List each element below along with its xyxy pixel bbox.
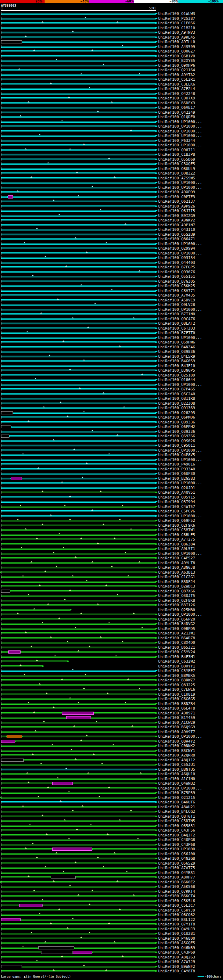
hit-label[interactable]: UniRef100_A8Q112 — [158, 758, 195, 762]
alignment-segment[interactable] — [1, 759, 24, 762]
alignment-segment[interactable] — [1, 797, 156, 799]
hit-label[interactable]: UniRef100_Q6UF30 — [158, 472, 195, 476]
alignment-segment[interactable] — [1, 411, 13, 414]
alignment-segment[interactable] — [1, 463, 156, 465]
hit-label[interactable]: UniRef100_Q7RKT4 — [158, 889, 195, 894]
hit-label[interactable]: UniRef100_B65J21 — [158, 646, 195, 650]
alignment-segment[interactable] — [8, 196, 13, 199]
alignment-segment[interactable] — [1, 351, 156, 353]
hit-label[interactable]: UniRef100_Q25MB0 — [158, 608, 195, 612]
hit-label[interactable]: UniRef100_B3DFJ4 — [158, 580, 195, 584]
alignment-segment[interactable] — [1, 299, 156, 301]
hit-label[interactable]: UniRef100_Q9S026 — [158, 439, 195, 443]
alignment-segment[interactable] — [1, 374, 156, 376]
alignment-segment[interactable] — [1, 566, 156, 568]
alignment-segment[interactable] — [11, 477, 22, 480]
alignment-segment[interactable] — [1, 651, 8, 653]
alignment-segment[interactable] — [1, 938, 156, 939]
hit-label[interactable]: UniRef100_Q6CQ62 — [158, 913, 195, 917]
alignment-segment[interactable] — [1, 956, 156, 958]
alignment-segment[interactable] — [1, 356, 156, 357]
alignment-segment[interactable] — [1, 422, 156, 423]
hit-label[interactable]: UniRef100_C6TJD3 — [158, 326, 195, 331]
hit-label[interactable]: UniRef100_C5K5L6 — [158, 899, 195, 903]
alignment-segment[interactable] — [73, 951, 92, 954]
alignment-segment[interactable] — [1, 187, 156, 188]
alignment-segment[interactable] — [75, 877, 156, 878]
alignment-segment[interactable] — [1, 600, 156, 601]
hit-label[interactable]: UniRef100_Q9C4Z6 — [158, 317, 195, 321]
alignment-segment[interactable] — [41, 951, 73, 954]
hit-label[interactable]: UniRef100_B75P59 — [158, 791, 195, 795]
alignment-segment[interactable] — [1, 914, 156, 916]
alignment-segment[interactable] — [1, 121, 156, 123]
alignment-segment[interactable] — [1, 459, 156, 461]
alignment-segment[interactable] — [1, 159, 156, 160]
hit-label[interactable]: UniRef100_B2WDC3 — [158, 584, 195, 589]
alignment-segment[interactable] — [1, 27, 156, 29]
hit-label[interactable]: UniRef100_Q565Z9 — [158, 861, 195, 865]
alignment-segment[interactable] — [1, 496, 156, 498]
alignment-segment[interactable] — [1, 506, 156, 508]
hit-label[interactable]: UniRef100_C0H7X9 — [158, 96, 195, 100]
hit-label[interactable]: UniRef100_Q55D69 — [158, 158, 195, 162]
alignment-segment[interactable] — [52, 848, 92, 851]
hit-label[interactable]: UniRef100_O42248 — [158, 92, 195, 96]
hit-label[interactable]: UniRef100_B2ZJQ8 — [158, 401, 195, 406]
hit-label[interactable]: UniRef100_Q4YUJ3 — [158, 927, 195, 931]
hit-label[interactable]: UniRef100_B6ADZ8 — [158, 636, 195, 640]
alignment-segment[interactable] — [1, 252, 156, 254]
hit-label[interactable]: UniRef100_A98971 — [158, 711, 195, 716]
hit-label[interactable]: UniRef100_B0XYY1 — [158, 664, 195, 668]
hit-label[interactable]: UniRef100_C1E056 — [158, 21, 195, 25]
alignment-segment[interactable] — [1, 820, 156, 822]
alignment-segment[interactable] — [1, 656, 156, 658]
hit-label[interactable]: UniRef100_A9P926 — [158, 204, 195, 208]
hit-label[interactable]: UniRef100_Q56J00 — [158, 852, 195, 856]
alignment-segment[interactable] — [1, 773, 156, 775]
alignment-segment[interactable] — [1, 510, 156, 512]
hit-label[interactable]: UniRef100_B1Y459 — [158, 716, 195, 720]
alignment-segment[interactable] — [1, 679, 156, 681]
alignment-segment[interactable] — [1, 83, 156, 85]
alignment-segment[interactable] — [11, 426, 156, 428]
hit-label[interactable]: UniRef100_Q3T994 — [158, 500, 195, 504]
hit-label[interactable]: UniRef100_A1CW29 — [158, 721, 195, 725]
alignment-segment[interactable] — [1, 609, 70, 611]
alignment-segment[interactable] — [1, 468, 156, 470]
hit-label[interactable]: UniRef100_B3CNY1 — [158, 749, 195, 753]
hit-label[interactable]: UniRef100_C1M210 — [158, 26, 195, 30]
alignment-segment[interactable] — [1, 585, 156, 587]
alignment-segment[interactable] — [1, 881, 156, 883]
hit-label[interactable]: UniRef100_B7T1N0 — [158, 312, 195, 317]
alignment-segment[interactable] — [1, 839, 156, 841]
alignment-segment[interactable] — [1, 548, 156, 550]
alignment-segment[interactable] — [1, 13, 156, 14]
alignment-segment[interactable] — [1, 304, 156, 305]
hit-label[interactable]: UniRef100_B3N6P5 — [158, 369, 195, 373]
hit-label[interactable]: UniRef100_A4S599 — [158, 45, 195, 49]
alignment-segment[interactable] — [1, 425, 11, 428]
hit-label[interactable]: UniRef100_A8WU21 — [158, 805, 195, 809]
alignment-segment[interactable] — [1, 694, 156, 695]
alignment-segment[interactable] — [1, 806, 156, 808]
alignment-segment[interactable] — [1, 450, 156, 451]
hit-label[interactable]: UniRef100_B4QJF2 — [158, 833, 195, 837]
alignment-segment[interactable] — [1, 182, 156, 183]
alignment-segment[interactable] — [43, 905, 156, 906]
hit-label[interactable]: UniRef100_UP1000... — [158, 242, 202, 246]
hit-label[interactable]: UniRef100_B2G583 — [158, 477, 195, 481]
hit-label[interactable]: UniRef100_P93340 — [158, 467, 195, 471]
alignment-segment[interactable] — [1, 501, 156, 503]
hit-label[interactable]: UniRef100_A9YLT8 — [158, 561, 195, 565]
alignment-segment[interactable] — [1, 262, 156, 264]
hit-label[interactable]: UniRef100_Q46N69 — [158, 946, 195, 950]
hit-label[interactable]: UniRef100_Q6J7I5 — [158, 209, 195, 213]
alignment-segment[interactable] — [1, 248, 156, 249]
hit-label[interactable]: UniRef100_UP1000... — [158, 449, 202, 453]
alignment-segment[interactable] — [24, 759, 156, 761]
alignment-segment[interactable] — [1, 93, 156, 95]
alignment-segment[interactable] — [1, 257, 156, 259]
alignment-segment[interactable] — [1, 32, 156, 33]
alignment-segment[interactable] — [22, 966, 156, 967]
